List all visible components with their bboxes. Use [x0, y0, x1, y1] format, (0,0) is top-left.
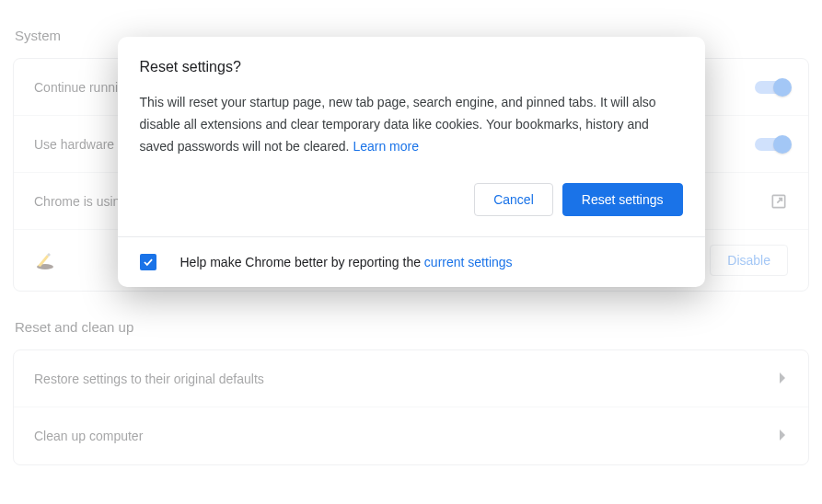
dialog-footer-text: Help make Chrome better by reporting the…: [180, 255, 513, 269]
learn-more-link[interactable]: Learn more: [353, 139, 419, 154]
report-settings-checkbox[interactable]: [140, 254, 156, 270]
current-settings-link[interactable]: current settings: [424, 255, 513, 269]
dialog-title: Reset settings?: [140, 59, 683, 75]
dialog-body-text: This will reset your startup page, new t…: [140, 92, 683, 157]
cancel-button[interactable]: Cancel: [474, 183, 553, 216]
footer-prefix: Help make Chrome better by reporting the: [180, 255, 424, 269]
reset-settings-button[interactable]: Reset settings: [562, 183, 683, 216]
reset-settings-dialog: Reset settings? This will reset your sta…: [118, 37, 705, 287]
